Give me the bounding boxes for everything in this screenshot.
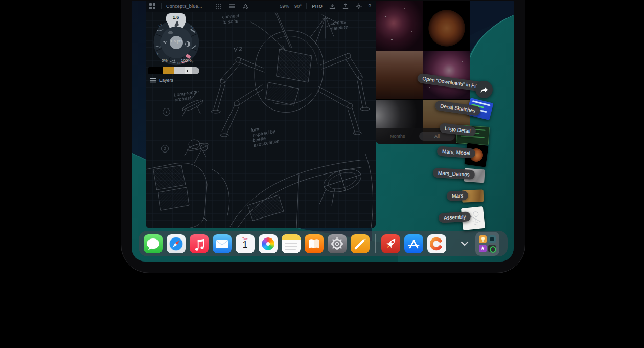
toolbar-divider: [161, 3, 162, 9]
dock-app-settings[interactable]: [328, 234, 347, 253]
layers-label: Layers: [159, 78, 173, 83]
app-library-mini-camera: [488, 235, 496, 243]
notes-band: [282, 234, 301, 240]
photo-orion-nebula[interactable]: [423, 51, 470, 99]
photo-grid: [376, 1, 470, 144]
dock-app-mail[interactable]: [213, 234, 232, 253]
dock-app-rocket[interactable]: [381, 234, 400, 253]
zoom-level[interactable]: 59%: [280, 4, 289, 9]
app-store-icon: [404, 234, 423, 253]
ipad-screen: connect to solar comms satellite V.2 Lon…: [132, 1, 514, 262]
swatch-gold[interactable]: [163, 67, 174, 74]
concepts-c-icon: [427, 234, 446, 253]
tool-wheel[interactable]: 1.5 3.5 8.9 14.5 A: [150, 13, 202, 70]
swatch-midgray[interactable]: [192, 67, 199, 74]
toolbar-divider: [306, 3, 307, 9]
dock-app-calendar[interactable]: Tue 1: [236, 234, 255, 253]
dock-app-library[interactable]: [475, 232, 499, 256]
dock-app-messages[interactable]: [144, 234, 163, 253]
gallery-grid-icon[interactable]: [149, 3, 155, 9]
app-library-mini-green-ring: [488, 245, 496, 252]
selection-tool-icon[interactable]: [242, 3, 248, 9]
hamburger-icon: [150, 78, 156, 83]
segment-all-selected[interactable]: All: [419, 132, 455, 141]
dock-app-music[interactable]: [190, 234, 209, 253]
swatch-black[interactable]: [148, 67, 163, 74]
calendar-day-number: 1: [236, 240, 255, 249]
segment-months[interactable]: Months: [390, 134, 405, 139]
size-pts-label[interactable]: 1.6 pts: [150, 39, 202, 44]
export-share-icon[interactable]: [342, 3, 349, 9]
dock-divider: [452, 234, 452, 253]
precision-grid-icon[interactable]: [216, 3, 222, 9]
open-book-icon: [305, 234, 324, 253]
dock-divider: [375, 234, 376, 253]
photos-flower-icon: [262, 237, 274, 250]
app-library-mini-lightbulb: [479, 235, 487, 243]
help-icon[interactable]: ?: [368, 4, 371, 9]
photo-mars-surface[interactable]: [376, 51, 423, 99]
chevron-down-button[interactable]: [458, 234, 471, 253]
gear-icon: [328, 234, 347, 253]
photos-app-window: Months All: [376, 1, 470, 144]
settings-gear-icon[interactable]: [356, 3, 362, 9]
dock-app-books[interactable]: [305, 234, 324, 253]
dock: Tue 1: [139, 231, 508, 256]
opacity-max-label: 100%: [181, 58, 191, 63]
swatch-gray-selected[interactable]: [174, 67, 185, 74]
annotation-circled-2: 2: [161, 145, 169, 153]
annotation-circled-1: 1: [163, 108, 170, 116]
rocket-icon: [381, 234, 400, 253]
document-title[interactable]: Concepts_blue...: [166, 4, 202, 9]
safari-icon: [167, 234, 186, 253]
dock-app-app-store[interactable]: [404, 234, 423, 253]
layers-button[interactable]: Layers: [150, 78, 173, 83]
photo-mars-planet[interactable]: [423, 1, 470, 51]
pen-icon: [351, 234, 370, 253]
messages-icon: [144, 234, 163, 253]
dock-app-safari[interactable]: [167, 234, 186, 253]
active-size-tab[interactable]: 1.6: [166, 13, 186, 21]
dock-app-pen[interactable]: [351, 234, 370, 253]
concepts-toolbar: Concepts_blue... 59% 90° PRO ?: [146, 1, 376, 12]
annotation-connect-to-solar: connect to solar: [222, 13, 240, 25]
dock-app-concepts[interactable]: [427, 234, 446, 253]
import-icon[interactable]: [329, 3, 335, 9]
dock-app-notes[interactable]: [282, 234, 301, 253]
annotation-comms-satellite: comms satellite: [330, 19, 348, 31]
layers-stack-icon[interactable]: [229, 3, 235, 9]
photos-zoom-bar: Months All: [376, 128, 470, 144]
opacity-min-label: 0%: [162, 58, 168, 63]
chevron-down-icon: [461, 241, 469, 246]
canvas-rotation[interactable]: 90°: [294, 4, 302, 9]
dock-app-photos[interactable]: [259, 234, 278, 253]
svg-text:8.9: 8.9: [177, 62, 181, 64]
selected-swatch-dot: [187, 70, 188, 72]
music-note-icon: [190, 234, 209, 253]
pro-badge[interactable]: PRO: [312, 4, 323, 9]
ipad-device-frame: connect to solar comms satellite V.2 Lon…: [121, 0, 525, 273]
photo-horsehead-nebula[interactable]: [376, 1, 423, 51]
app-library-mini-star: [479, 245, 487, 252]
mail-envelope-icon: [213, 234, 232, 253]
concepts-app-window: connect to solar comms satellite V.2 Lon…: [146, 1, 376, 228]
color-palette-strip[interactable]: [148, 67, 199, 74]
annotation-version: V.2: [233, 46, 242, 52]
